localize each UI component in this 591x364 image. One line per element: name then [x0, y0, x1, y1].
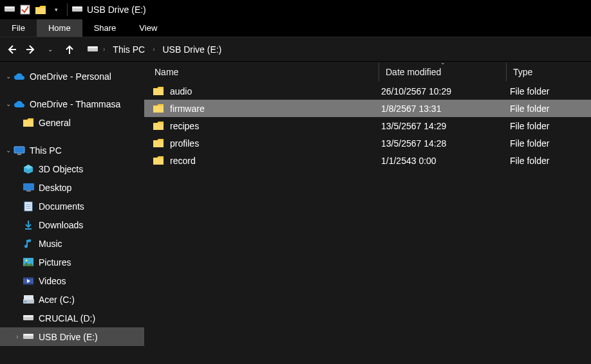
sidebar-item-acer-c[interactable]: Acer (C:) — [0, 290, 144, 309]
nav-bar: ⌄ › This PC › USB Drive (E:) — [0, 37, 591, 62]
file-row[interactable]: profiles13/5/2567 14:28File folder — [144, 134, 591, 152]
svg-rect-1 — [5, 6, 15, 8]
video-icon — [22, 275, 35, 287]
quick-access-toolbar: ▾ — [3, 3, 63, 17]
svg-point-23 — [26, 260, 28, 262]
cube-icon — [22, 163, 35, 176]
sidebar-item-usb-e[interactable]: › USB Drive (E:) — [0, 327, 144, 346]
checkbox-icon[interactable] — [18, 3, 32, 17]
sort-descending-icon: ⌄ — [440, 59, 446, 66]
chevron-right-icon[interactable]: › — [151, 46, 156, 53]
ribbon-tabs: File Home Share View — [0, 19, 591, 37]
file-date: 1/1/2543 0:00 — [381, 156, 510, 166]
file-date: 13/5/2567 14:28 — [381, 138, 510, 149]
svg-rect-11 — [23, 120, 33, 127]
title-bar: ▾ USB Drive (E:) — [0, 0, 591, 19]
svg-rect-12 — [14, 147, 24, 153]
svg-rect-13 — [17, 154, 21, 155]
svg-rect-33 — [23, 334, 33, 336]
up-button[interactable] — [63, 43, 76, 56]
sidebar-item-onedrive-personal[interactable]: ⌄ OneDrive - Personal — [0, 67, 144, 86]
chevron-down-icon[interactable]: ⌄ — [4, 147, 13, 154]
recent-locations-button[interactable]: ⌄ — [44, 43, 57, 56]
chevron-down-icon[interactable]: ⌄ — [4, 100, 13, 107]
svg-rect-28 — [24, 295, 33, 300]
svg-rect-10 — [88, 46, 98, 48]
svg-rect-26 — [23, 284, 33, 285]
sidebar-item-crucial-d[interactable]: CRUCIAL (D:) — [0, 309, 144, 327]
file-name: profiles — [170, 138, 381, 149]
folder-icon — [152, 156, 165, 165]
sidebar-item-this-pc[interactable]: ⌄ This PC — [0, 141, 144, 159]
download-icon — [22, 219, 35, 232]
sidebar-item-label: General — [39, 118, 71, 128]
file-type: File folder — [510, 121, 591, 131]
file-row[interactable]: recipes13/5/2567 14:29File folder — [144, 117, 591, 134]
back-button[interactable] — [5, 43, 18, 56]
file-date: 1/8/2567 13:31 — [381, 104, 510, 114]
navigation-pane[interactable]: ⌄ OneDrive - Personal ⌄ OneDrive - Thamm… — [0, 62, 144, 364]
column-header-label: Name — [155, 67, 178, 77]
svg-rect-36 — [153, 123, 164, 130]
tab-share[interactable]: Share — [82, 19, 128, 37]
sidebar-item-videos[interactable]: Videos — [0, 271, 144, 290]
file-type: File folder — [510, 104, 591, 114]
chevron-right-icon[interactable]: › — [13, 333, 22, 340]
column-header-date[interactable]: ⌄ Date modified — [379, 63, 506, 81]
sidebar-item-general[interactable]: General — [0, 113, 144, 132]
column-header-name[interactable]: Name — [152, 63, 379, 81]
svg-rect-31 — [23, 315, 33, 317]
address-bar[interactable]: › This PC › USB Drive (E:) — [88, 43, 224, 56]
sidebar-item-3d-objects[interactable]: 3D Objects — [0, 159, 144, 178]
sidebar-item-documents[interactable]: Documents — [0, 197, 144, 215]
sidebar-item-pictures[interactable]: Pictures — [0, 253, 144, 271]
tab-view[interactable]: View — [127, 19, 169, 37]
tab-home[interactable]: Home — [37, 19, 82, 37]
svg-rect-37 — [153, 141, 164, 147]
file-type: File folder — [510, 138, 591, 149]
folder-icon[interactable] — [33, 3, 48, 17]
sidebar-item-desktop[interactable]: Desktop — [0, 178, 144, 197]
file-row[interactable]: audio26/10/2567 10:29File folder — [144, 82, 591, 100]
sidebar-item-music[interactable]: Music — [0, 234, 144, 253]
window-title: USB Drive (E:) — [87, 5, 146, 15]
forward-button[interactable] — [24, 43, 37, 56]
sidebar-item-label: Downloads — [39, 220, 83, 230]
chevron-down-icon[interactable]: ⌄ — [4, 73, 13, 80]
crumb-this-pc[interactable]: This PC — [110, 43, 147, 56]
svg-rect-3 — [35, 8, 46, 14]
document-icon — [22, 200, 35, 213]
tab-file[interactable]: File — [0, 19, 37, 37]
sidebar-item-label: OneDrive - Thammasa — [30, 99, 120, 109]
sidebar-item-label: This PC — [30, 145, 62, 156]
folder-icon — [22, 116, 35, 129]
drive-icon[interactable] — [3, 3, 17, 17]
sidebar-item-label: OneDrive - Personal — [30, 71, 111, 82]
file-type: File folder — [510, 86, 591, 96]
folder-icon — [152, 87, 165, 95]
column-header-label: Date modified — [386, 67, 441, 77]
dropdown-icon[interactable]: ▾ — [49, 3, 63, 17]
folder-icon — [152, 139, 165, 147]
drive-icon — [22, 293, 35, 306]
picture-icon — [22, 256, 35, 269]
column-headers: Name ⌄ Date modified Type — [144, 62, 591, 82]
desktop-icon — [22, 181, 35, 194]
window-drive-icon — [71, 4, 83, 15]
file-list-pane: Name ⌄ Date modified Type audio26/10/256… — [144, 62, 591, 364]
music-icon — [22, 237, 35, 250]
svg-rect-34 — [153, 89, 164, 95]
crumb-current[interactable]: USB Drive (E:) — [160, 43, 224, 56]
chevron-right-icon[interactable]: › — [102, 46, 106, 53]
svg-point-21 — [24, 244, 28, 248]
main-area: ⌄ OneDrive - Personal ⌄ OneDrive - Thamm… — [0, 62, 591, 364]
file-type: File folder — [510, 156, 591, 166]
sidebar-item-label: USB Drive (E:) — [39, 332, 98, 342]
sidebar-item-downloads[interactable]: Downloads — [0, 215, 144, 234]
sidebar-item-label: Music — [39, 239, 62, 249]
file-row[interactable]: record1/1/2543 0:00File folder — [144, 152, 591, 169]
sidebar-item-onedrive-thammasat[interactable]: ⌄ OneDrive - Thammasa — [0, 95, 144, 113]
file-row[interactable]: firmware1/8/2567 13:31File folder — [144, 100, 591, 117]
sidebar-item-label: Videos — [39, 276, 66, 286]
column-header-type[interactable]: Type — [506, 63, 591, 81]
